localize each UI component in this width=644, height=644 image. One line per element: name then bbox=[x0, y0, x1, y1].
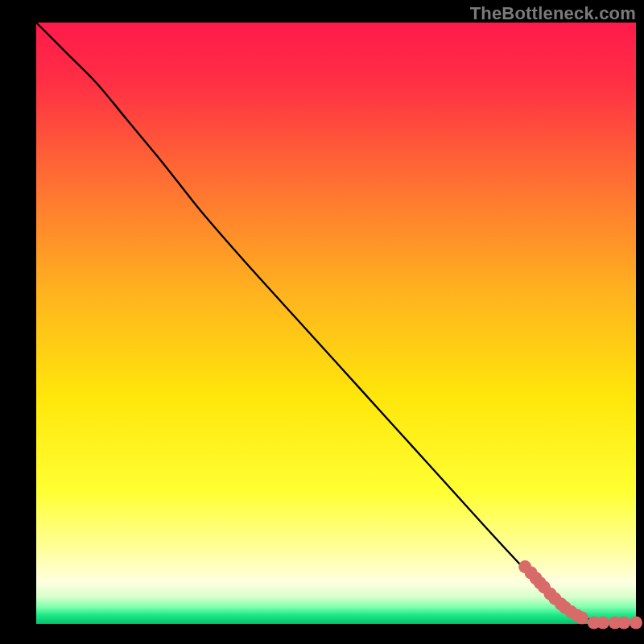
chart-root: TheBottleneck.com bbox=[0, 0, 644, 644]
data-point bbox=[597, 617, 609, 630]
chart-canvas bbox=[0, 0, 644, 644]
data-point bbox=[576, 612, 588, 625]
attribution-text: TheBottleneck.com bbox=[470, 3, 636, 24]
plot-background bbox=[36, 23, 636, 624]
data-point bbox=[630, 617, 642, 630]
data-point bbox=[617, 617, 630, 630]
